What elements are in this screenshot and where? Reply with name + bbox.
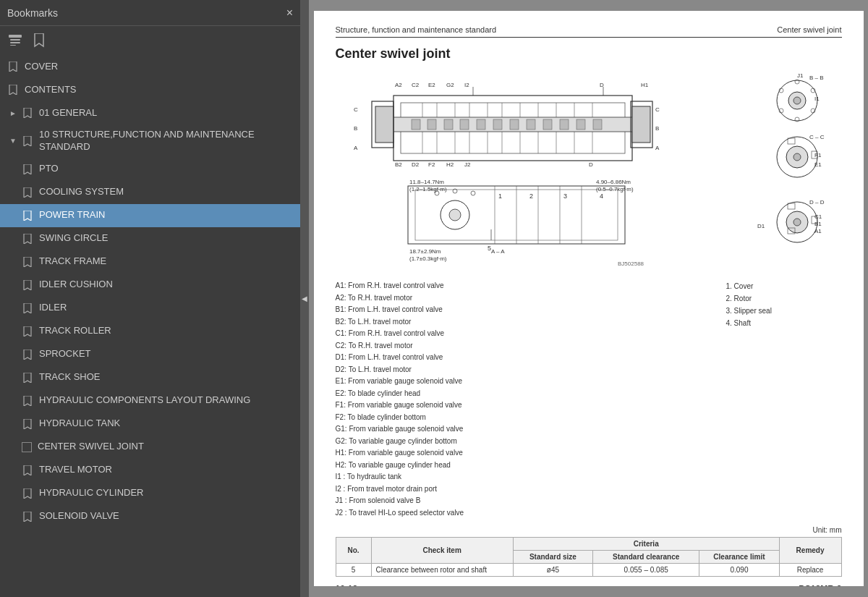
bookmark-label-cover: COVER [25,61,294,73]
bookmark-item-cooling[interactable]: COOLING SYSTEM [0,181,300,204]
bookmark-label-hydraulic-cylinder: HYDRAULIC CYLINDER [39,487,294,499]
legend-item: D1: From L.H. travel control valve [336,352,712,364]
legend-item: C2: To R.H. travel motor [336,340,712,352]
bookmark-label-travel-motor: TRAVEL MOTOR [39,464,294,476]
bookmark-item-pto[interactable]: PTO [0,158,300,181]
footer-page-number: 10-18 [336,584,358,586]
svg-rect-29 [593,119,602,130]
main-diagram: A2 C2 E2 G2 I2 D H1 B2 D2 F2 H2 J2 D C [336,70,748,273]
svg-rect-0 [9,35,22,38]
page-header: Structure, function and maintenance stan… [336,25,842,38]
svg-text:3: 3 [563,192,567,200]
svg-rect-3 [10,45,16,46]
bookmark-item-power-train[interactable]: POWER TRAIN [0,204,300,227]
page-title: Center swivel joint [336,46,842,62]
table-cell-clearance-limit: 0.090 [699,564,779,577]
bookmark-item-solenoid-valve[interactable]: SOLENOID VALVE [0,505,300,528]
bookmark-icon-toolbar[interactable] [30,32,48,49]
bookmark-icon-cover [7,61,19,72]
svg-rect-24 [510,119,519,130]
table-header-remedy: Remedy [779,538,841,564]
svg-text:C1: C1 [814,213,822,220]
svg-rect-21 [460,119,469,130]
bookmark-label-idler: IDLER [39,302,294,314]
bookmark-item-hydraulic-tank[interactable]: HYDRAULIC TANK [0,412,300,436]
bookmark-item-cover[interactable]: COVER [0,55,300,78]
svg-rect-26 [543,119,552,130]
svg-point-58 [449,209,461,221]
bookmark-label-structure: 10 STRUCTURE,FUNCTION AND MAINTENANCE ST… [39,129,294,153]
svg-rect-104 [788,203,795,209]
svg-text:C: C [354,106,358,113]
svg-text:1: 1 [498,192,502,200]
bookmark-icon-sprocket [22,349,33,360]
bookmark-item-hydraulic-components[interactable]: HYDRAULIC COMPONENTS LAYOUT DRAWING [0,389,300,412]
svg-text:D1: D1 [757,223,765,229]
bookmark-item-swing-circle[interactable]: SWING CIRCLE [0,227,300,250]
bookmark-label-idler-cushion: IDLER CUSHION [39,279,294,291]
expand-arrow-general[interactable]: ► [7,107,19,119]
svg-text:I1: I1 [814,96,820,102]
svg-text:F2: F2 [428,161,435,168]
svg-text:E2: E2 [428,82,435,88]
bookmark-icon-general [22,107,33,119]
legend-item: C1: From R.H. travel control valve [336,328,712,340]
bookmark-item-idler-cushion[interactable]: IDLER CUSHION [0,274,300,297]
expand-arrow-structure[interactable]: ▼ [7,135,19,147]
checkbox-center-swivel[interactable] [22,442,32,452]
legend-item-right: 1. Cover [726,280,842,292]
table-header-no: No. [336,538,371,564]
bookmark-item-structure[interactable]: ▼ 10 STRUCTURE,FUNCTION AND MAINTENANCE … [0,124,300,158]
svg-text:I2: I2 [464,82,469,88]
table-subheader-standard-clearance: Standard clearance [593,551,699,564]
legend-area: A1: From R.H. travel control valve A2: T… [336,280,842,519]
svg-text:A – A: A – A [491,248,505,255]
bookmark-label-swing-circle: SWING CIRCLE [39,232,294,245]
bookmark-item-contents[interactable]: CONTENTS [0,78,300,101]
legend-item: J1 : From solenoid valve B [336,495,712,507]
legend-item: F2: To blade cylinder bottom [336,412,712,424]
svg-text:A1: A1 [814,228,822,234]
svg-text:D: D [589,161,593,168]
legend-item: H2: To variable gauge cylinder head [336,460,712,472]
svg-rect-1 [10,39,20,41]
legend-left: A1: From R.H. travel control valve A2: T… [336,280,712,519]
svg-text:(0.5–0.7kgf·m): (0.5–0.7kgf·m) [596,186,634,192]
legend-item: H1: From variable gauge solenoid valve [336,447,712,460]
bookmark-item-idler[interactable]: IDLER [0,297,300,320]
panel-collapse-handle[interactable]: ◀ [300,0,309,597]
bookmark-label-hydraulic-components: HYDRAULIC COMPONENTS LAYOUT DRAWING [39,394,294,407]
bookmarks-toolbar [0,26,300,55]
svg-text:BJ502588: BJ502588 [618,261,644,267]
legend-item: E2: To blade cylinder head [336,388,712,400]
bookmark-item-track-frame[interactable]: TRACK FRAME [0,250,300,274]
legend-item-right: 2. Rotor [726,292,842,305]
svg-text:A2: A2 [395,82,402,88]
bookmarks-panel: Bookmarks ↖ × COVER [0,0,300,597]
svg-rect-96 [788,138,795,144]
svg-text:B1: B1 [814,221,822,227]
bookmark-item-hydraulic-cylinder[interactable]: HYDRAULIC CYLINDER [0,482,300,505]
unit-label: Unit: mm [336,526,842,534]
bookmark-item-general[interactable]: ► 01 GENERAL [0,101,300,124]
bookmark-item-track-roller[interactable]: TRACK ROLLER [0,320,300,343]
bookmark-icon-solenoid-valve [22,511,33,522]
bookmark-icon-swing-circle [22,233,33,245]
bookmark-item-sprocket[interactable]: SPROCKET [0,343,300,366]
bookmarks-title: Bookmarks [7,7,58,19]
header-left: Structure, function and maintenance stan… [336,25,497,34]
svg-text:2: 2 [529,192,533,200]
svg-text:5: 5 [488,245,491,252]
bookmark-icon-track-roller [22,326,33,337]
bookmark-item-center-swivel[interactable]: CENTER SWIVEL JOINT [0,436,300,459]
expand-all-icon[interactable] [7,32,25,49]
bookmark-icon-contents [7,84,19,96]
legend-item: B2: To L.H. travel motor [336,316,712,329]
bookmark-item-track-shoe[interactable]: TRACK SHOE [0,366,300,389]
legend-item: I2 : From travel motor drain port [336,483,712,496]
bookmark-label-solenoid-valve: SOLENOID VALVE [39,510,294,522]
bookmark-item-travel-motor[interactable]: TRAVEL MOTOR [0,459,300,482]
svg-text:B: B [354,125,357,132]
close-bookmarks-button[interactable]: × [286,7,293,20]
svg-rect-28 [576,119,585,130]
